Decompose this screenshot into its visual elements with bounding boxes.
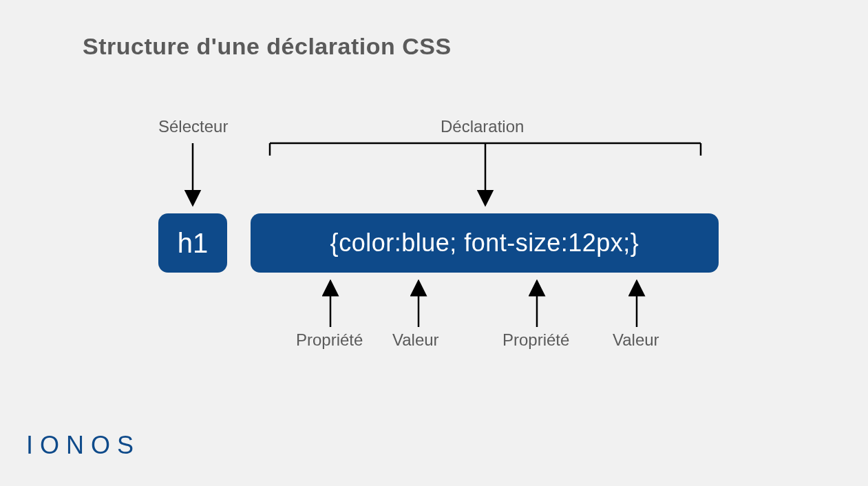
label-declaration: Déclaration [441,117,524,136]
selector-box: h1 [158,213,227,273]
brand-logo: IONOS [26,431,140,460]
label-value-1: Valeur [392,330,439,350]
css-diagram: Sélecteur Déclaration h1 {color:blue; fo… [83,110,771,399]
page-title: Structure d'une déclaration CSS [83,33,452,60]
label-property-1: Propriété [296,330,363,350]
label-selector: Sélecteur [158,117,228,136]
declaration-box: {color:blue; font-size:12px;} [251,213,719,273]
label-property-2: Propriété [502,330,569,350]
label-value-2: Valeur [613,330,659,350]
